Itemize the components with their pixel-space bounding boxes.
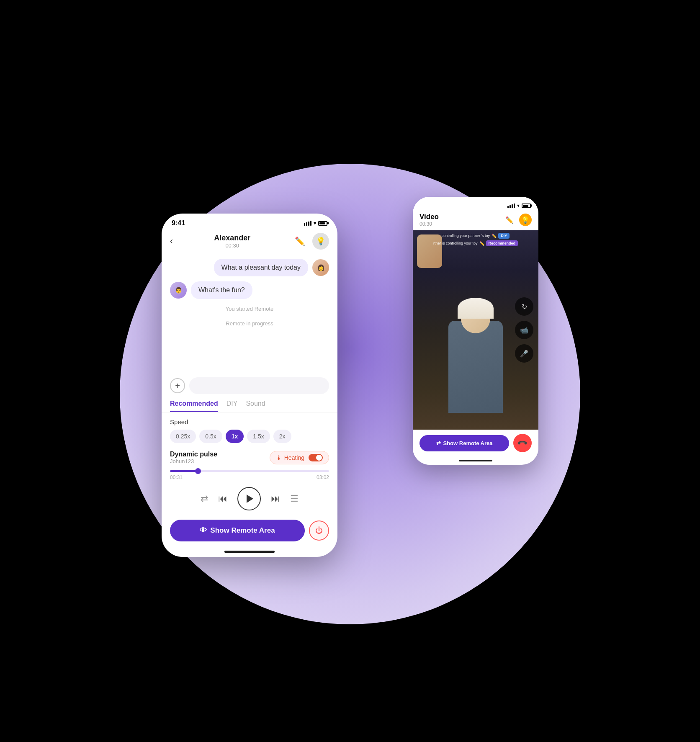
phones-container: ▾ Video 00:30 ✏️ 💡 [162,180,538,578]
chat-input-row: + [162,377,337,397]
remote-arrows-icon: ⇄ [436,440,441,446]
person-face [461,304,490,333]
message-1-avatar: 👩 [312,259,329,276]
person-hair [458,298,494,319]
video-call-time: 00:30 [419,221,439,227]
speed-options: 0.25x 0.5x 1x 1.5x 2x [170,430,329,443]
end-call-icon: 📞 [517,437,528,449]
video-show-remote-label: Show Remote Area [443,440,493,446]
video-side-controls: ↻ 📹 🎤 [515,297,533,363]
video-header: Video 00:30 ✏️ 💡 [413,211,538,230]
speed-2x[interactable]: 2x [273,430,291,443]
status-icons: ▾ [304,220,327,226]
person-figure [434,296,517,430]
call-timer: 00:30 [214,242,250,249]
bulb-icon: 💡 [316,237,325,246]
ctrl-line-2-text: rtner is controlling your toy [433,241,478,245]
dynamic-pulse-subtitle: Johun123 [170,458,217,464]
video-status-icons: ▾ [507,203,531,209]
status-time: 9:41 [172,219,185,227]
video-header-icons: ✏️ 💡 [503,214,532,226]
ctrl-line-2: rtner is controlling your toy ✏️ Recomme… [433,240,518,246]
message-2: 👨 What's the fun? [170,281,329,299]
next-button[interactable]: ⏭ [271,493,280,504]
list-icon: ☰ [290,493,299,504]
bottom-actions: 👁 Show Remote Area ⏻ [162,515,337,548]
remote-eye-icon: 👁 [200,526,207,535]
dynamic-pulse-section: Dynamic pulse Johun123 🌡 Heating [162,446,337,469]
speed-025x[interactable]: 0.25x [170,430,196,443]
message-2-avatar: 👨 [170,282,187,299]
pen-emoji-1: ✏️ [492,234,497,238]
signal-bars-icon [507,204,515,208]
shuffle-button[interactable]: ⇄ [201,493,208,504]
back-button[interactable]: ‹ [170,236,173,247]
power-button[interactable]: ⏻ [309,520,329,541]
video-status-bar: ▾ [413,197,538,211]
pencil-icon: ✏️ [295,236,305,246]
progress-bar-fill [170,470,198,472]
mic-icon-btn[interactable]: 🎤 [515,344,533,363]
dynamic-pulse-title: Dynamic pulse [170,451,217,458]
back-phone: ▾ Video 00:30 ✏️ 💡 [413,197,538,465]
signal-bars-icon [304,221,311,226]
speed-15x[interactable]: 1.5x [247,430,270,443]
chat-input-field[interactable] [189,377,329,394]
dynamic-info: Dynamic pulse Johun123 [170,451,217,464]
end-call-button[interactable]: 📞 [513,434,532,452]
tabs-row: Recommended DIY Sound [162,397,337,412]
video-title-group: Video 00:30 [419,213,439,227]
progress-bar-container[interactable] [170,470,329,472]
tab-recommended[interactable]: Recommended [170,400,218,412]
chat-header: ‹ Alexander 00:30 ✏️ 💡 [162,229,337,255]
ctrl-line-1-text: controlling your partner 's toy [442,234,490,238]
scene: ▾ Video 00:30 ✏️ 💡 [0,0,700,742]
next-icon: ⏭ [271,493,280,504]
home-indicator [224,551,275,553]
bulb-icon[interactable]: 💡 [519,214,532,226]
status-text-2: Remote in progress [170,319,329,328]
video-bottom-bar: ⇄ Show Remote Area 📞 [413,430,538,457]
user-info: Alexander 00:30 [214,234,250,249]
speed-05x[interactable]: 0.5x [199,430,222,443]
play-icon [247,495,253,503]
wifi-icon: ▾ [314,220,316,226]
front-phone: 9:41 ▾ [162,214,337,557]
speed-label: Speed [170,418,329,425]
refresh-icon-btn[interactable]: ↻ [515,297,533,316]
header-actions: ✏️ 💡 [291,233,329,250]
video-show-remote-button[interactable]: ⇄ Show Remote Area [419,435,509,451]
status-text-1: You started Remote [170,304,329,314]
progress-section: 00:31 03:02 [162,469,337,484]
person-body [448,321,503,413]
message-2-text: What's the fun? [191,281,252,299]
recommended-tag: Recommended [486,240,518,246]
total-time: 03:02 [317,474,329,480]
diy-tag: DIY [498,233,510,239]
speed-section: Speed 0.25x 0.5x 1x 1.5x 2x [162,412,337,446]
heating-label: Heating [284,454,304,461]
battery-icon [318,221,327,226]
pencil-icon-button[interactable]: ✏️ [291,233,308,250]
show-remote-label: Show Remote Area [210,526,275,535]
status-bar: 9:41 ▾ [162,214,337,229]
message-1-text: What a pleasant day today [214,259,308,276]
heating-toggle[interactable] [309,454,323,461]
speed-1x[interactable]: 1x [226,430,244,443]
prev-button[interactable]: ⏮ [218,493,227,504]
prev-icon: ⏮ [218,493,227,504]
show-remote-button[interactable]: 👁 Show Remote Area [170,520,305,541]
power-icon: ⏻ [315,526,323,535]
controlling-text-overlay: controlling your partner 's toy ✏️ DIY r… [413,230,538,249]
pen-icon[interactable]: ✏️ [503,214,516,226]
bulb-icon-button[interactable]: 💡 [312,233,329,250]
tab-diy[interactable]: DIY [226,400,238,412]
play-button[interactable] [237,487,261,510]
message-1: What a pleasant day today 👩 [170,259,329,276]
camera-icon-btn[interactable]: 📹 [515,321,533,339]
video-home-indicator [459,460,492,461]
battery-icon [522,204,531,208]
add-button[interactable]: + [170,378,185,393]
tab-sound[interactable]: Sound [246,400,265,412]
list-button[interactable]: ☰ [290,493,299,504]
